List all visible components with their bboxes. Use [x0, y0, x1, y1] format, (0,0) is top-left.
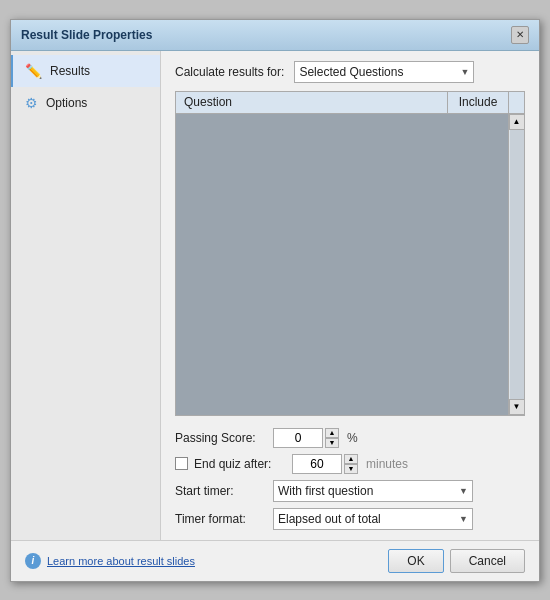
passing-score-spin-down[interactable]: ▼	[325, 438, 339, 448]
timer-format-label: Timer format:	[175, 512, 265, 526]
dialog-footer: i Learn more about result slides OK Canc…	[11, 540, 539, 581]
passing-score-input-group: ▲ ▼	[273, 428, 339, 448]
timer-format-arrow: ▼	[459, 514, 468, 524]
passing-score-pct: %	[347, 431, 358, 445]
close-icon: ✕	[516, 29, 524, 40]
dialog-body: ✏️ Results ⚙ Options Calculate results f…	[11, 51, 539, 581]
end-quiz-spin-down[interactable]: ▼	[344, 464, 358, 474]
start-timer-dropdown[interactable]: With first question ▼	[273, 480, 473, 502]
calc-dropdown-arrow: ▼	[460, 67, 469, 77]
start-timer-arrow: ▼	[459, 486, 468, 496]
footer-buttons: OK Cancel	[388, 549, 525, 573]
close-button[interactable]: ✕	[511, 26, 529, 44]
gear-icon: ⚙	[25, 95, 38, 111]
passing-score-spin-up[interactable]: ▲	[325, 428, 339, 438]
passing-score-input[interactable]	[273, 428, 323, 448]
calc-row: Calculate results for: Selected Question…	[175, 61, 525, 83]
passing-score-label: Passing Score:	[175, 431, 265, 445]
end-quiz-checkbox[interactable]	[175, 457, 188, 470]
title-bar: Result Slide Properties ✕	[11, 20, 539, 51]
sidebar: ✏️ Results ⚙ Options	[11, 51, 161, 540]
table-body-area: ▲ ▼	[176, 114, 524, 415]
dialog-title: Result Slide Properties	[21, 28, 152, 42]
ok-button[interactable]: OK	[388, 549, 443, 573]
content-area: Calculate results for: Selected Question…	[161, 51, 539, 540]
table-body	[176, 114, 508, 415]
learn-more-link[interactable]: i Learn more about result slides	[25, 553, 195, 569]
end-quiz-label: End quiz after:	[194, 457, 284, 471]
cancel-button[interactable]: Cancel	[450, 549, 525, 573]
include-column-header: Include	[448, 92, 508, 113]
info-icon: i	[25, 553, 41, 569]
timer-format-dropdown[interactable]: Elapsed out of total ▼	[273, 508, 473, 530]
dialog-result-slide-properties: Result Slide Properties ✕ ✏️ Results ⚙ O…	[10, 19, 540, 582]
learn-more-text: Learn more about result slides	[47, 555, 195, 567]
sidebar-results-label: Results	[50, 64, 90, 78]
main-area: ✏️ Results ⚙ Options Calculate results f…	[11, 51, 539, 540]
scrollbar: ▲ ▼	[508, 114, 524, 415]
question-column-header: Question	[176, 92, 448, 113]
scrollbar-down-button[interactable]: ▼	[509, 399, 525, 415]
calc-dropdown[interactable]: Selected Questions ▼	[294, 61, 474, 83]
start-timer-value: With first question	[278, 484, 373, 498]
end-quiz-spin-up[interactable]: ▲	[344, 454, 358, 464]
scrollbar-up-button[interactable]: ▲	[509, 114, 525, 130]
end-quiz-input[interactable]	[292, 454, 342, 474]
questions-table: Question Include ▲ ▼	[175, 91, 525, 416]
end-quiz-spinners: ▲ ▼	[344, 454, 358, 474]
timer-format-value: Elapsed out of total	[278, 512, 381, 526]
end-quiz-minutes: minutes	[366, 457, 408, 471]
end-quiz-checkbox-group: End quiz after:	[175, 457, 284, 471]
sidebar-options-label: Options	[46, 96, 87, 110]
start-timer-row: Start timer: With first question ▼	[175, 480, 525, 502]
sidebar-item-results[interactable]: ✏️ Results	[11, 55, 160, 87]
bottom-form: Passing Score: ▲ ▼ %	[175, 424, 525, 530]
pencil-icon: ✏️	[25, 63, 42, 79]
calc-label: Calculate results for:	[175, 65, 284, 79]
table-header: Question Include	[176, 92, 524, 114]
start-timer-label: Start timer:	[175, 484, 265, 498]
sidebar-item-options[interactable]: ⚙ Options	[11, 87, 160, 119]
timer-format-row: Timer format: Elapsed out of total ▼	[175, 508, 525, 530]
end-quiz-row: End quiz after: ▲ ▼ minutes	[175, 454, 525, 474]
end-quiz-input-group: ▲ ▼	[292, 454, 358, 474]
passing-score-spinners: ▲ ▼	[325, 428, 339, 448]
scrollbar-track[interactable]	[510, 130, 524, 399]
passing-score-row: Passing Score: ▲ ▼ %	[175, 428, 525, 448]
calc-dropdown-value: Selected Questions	[299, 65, 403, 79]
